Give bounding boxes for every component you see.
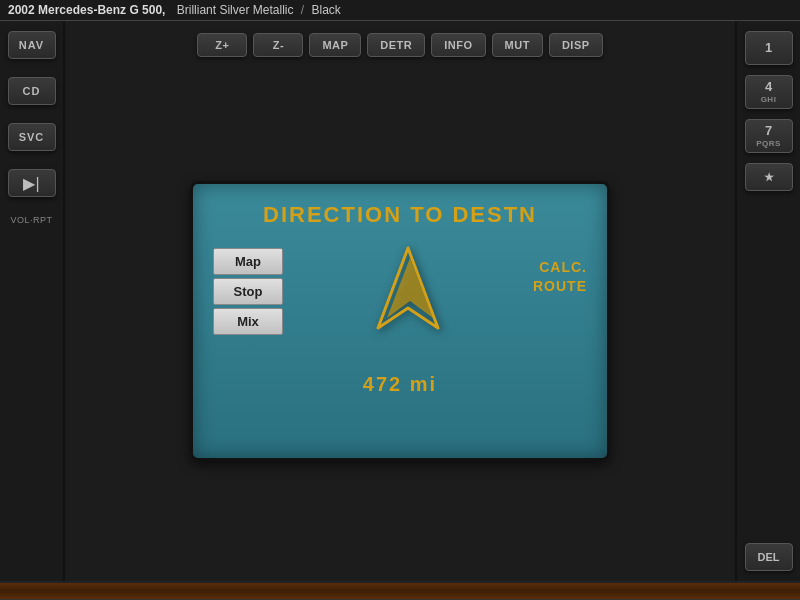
center-panel: Z+ Z- MAP DETR INFO MUT DISP DIRECTION T… — [65, 21, 735, 581]
num7-button[interactable]: 7 PQRS — [745, 119, 793, 153]
z-minus-button[interactable]: Z- — [253, 33, 303, 57]
car-model: 2002 Mercedes-Benz G 500, — [8, 3, 165, 17]
info-button[interactable]: INFO — [431, 33, 485, 57]
num4-label: 4 — [765, 79, 772, 95]
svc-button[interactable]: SVC — [8, 123, 56, 151]
skip-forward-button[interactable]: ▶| — [8, 169, 56, 197]
screen-title: DIRECTION TO DESTN — [193, 184, 607, 228]
vol-rpt-label: VOL·RPT — [10, 215, 52, 225]
detr-button[interactable]: DETR — [367, 33, 425, 57]
calc-route-line2: ROUTE — [533, 277, 587, 297]
color-primary: Brilliant Silver Metallic — [177, 3, 294, 17]
direction-arrow-icon — [358, 238, 458, 358]
map-menu-button[interactable]: Map — [213, 248, 283, 275]
screen-container: DIRECTION TO DESTN Map Stop Mix — [65, 65, 735, 581]
num1-button[interactable]: 1 — [745, 31, 793, 65]
star-button[interactable]: ★ — [745, 163, 793, 191]
map-button[interactable]: MAP — [309, 33, 361, 57]
header-separator — [169, 3, 172, 17]
color-secondary: Black — [311, 3, 340, 17]
del-button[interactable]: DEL — [745, 543, 793, 571]
wood-trim — [0, 581, 800, 599]
num1-label: 1 — [765, 40, 772, 56]
header-bar: 2002 Mercedes-Benz G 500, Brilliant Silv… — [0, 0, 800, 21]
star-icon: ★ — [764, 171, 774, 184]
mix-menu-button[interactable]: Mix — [213, 308, 283, 335]
direction-arrow-container — [283, 238, 533, 358]
top-button-row: Z+ Z- MAP DETR INFO MUT DISP — [65, 21, 735, 65]
z-plus-button[interactable]: Z+ — [197, 33, 247, 57]
left-panel: NAV CD SVC ▶| VOL·RPT — [0, 21, 65, 581]
color-separator: / — [297, 3, 307, 17]
menu-buttons: Map Stop Mix — [213, 248, 283, 335]
cd-button[interactable]: CD — [8, 77, 56, 105]
distance-display: 472 mi — [193, 368, 607, 406]
num7-label: 7 — [765, 123, 772, 139]
calc-route-line1: CALC. — [533, 258, 587, 278]
num4-button[interactable]: 4 GHI — [745, 75, 793, 109]
num7-sublabel: PQRS — [756, 139, 781, 149]
nav-button[interactable]: NAV — [8, 31, 56, 59]
stop-menu-button[interactable]: Stop — [213, 278, 283, 305]
calc-route-label: CALC. ROUTE — [533, 258, 587, 297]
right-panel: 1 4 GHI 7 PQRS ★ DEL — [735, 21, 800, 581]
num4-sublabel: GHI — [761, 95, 777, 105]
mut-button[interactable]: MUT — [492, 33, 543, 57]
main-content: NAV CD SVC ▶| VOL·RPT Z+ Z- MAP DETR INF… — [0, 21, 800, 581]
disp-button[interactable]: DISP — [549, 33, 603, 57]
screen-body: Map Stop Mix — [193, 228, 607, 368]
nav-screen: DIRECTION TO DESTN Map Stop Mix — [190, 181, 610, 461]
